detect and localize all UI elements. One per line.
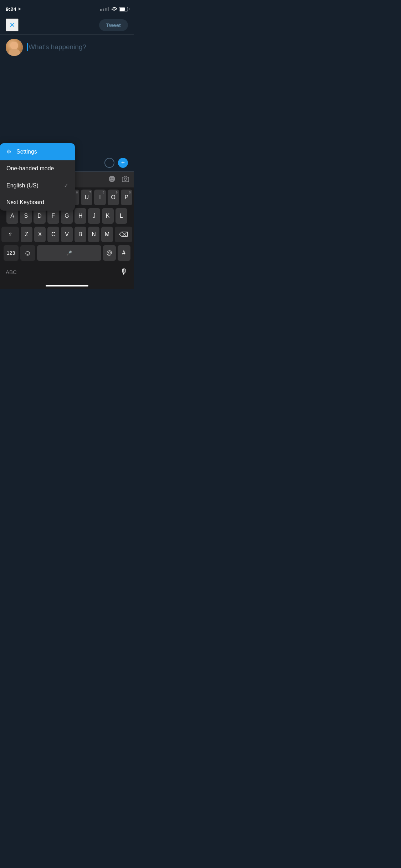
dropdown-menu: ⚙ Settings One-handed mode English (US) … bbox=[0, 143, 75, 211]
svg-point-10 bbox=[124, 178, 127, 180]
english-label: English (US) bbox=[6, 182, 38, 189]
settings-icon: ⚙ bbox=[6, 148, 11, 155]
key-emoji[interactable]: ☺ bbox=[20, 245, 35, 261]
status-bar: 9:24 ➤ bbox=[0, 0, 134, 16]
key-hash[interactable]: # bbox=[118, 245, 130, 261]
avatar bbox=[6, 39, 23, 56]
key-h[interactable]: H bbox=[74, 208, 86, 224]
camera-icon[interactable]: ∞ bbox=[122, 175, 129, 185]
nav-bar: ✕ Tweet bbox=[0, 16, 134, 35]
key-at[interactable]: @ bbox=[103, 245, 116, 261]
compose-placeholder: What's happening? bbox=[29, 43, 86, 51]
tweet-button[interactable]: Tweet bbox=[99, 19, 128, 31]
menu-item-next-keyboard[interactable]: Next Keyboard bbox=[0, 194, 75, 211]
key-row-3: ⇧ Z X C V B N M ⌫ bbox=[1, 227, 132, 242]
top-bar-right: ∞ bbox=[108, 175, 129, 185]
menu-item-settings[interactable]: ⚙ Settings bbox=[0, 143, 75, 160]
key-n[interactable]: N bbox=[88, 227, 100, 242]
key-backspace[interactable]: ⌫ bbox=[115, 227, 132, 242]
one-handed-label: One-handed mode bbox=[6, 165, 54, 172]
abc-bar: ABC 🎙 bbox=[0, 264, 134, 284]
close-button[interactable]: ✕ bbox=[6, 19, 19, 31]
key-row-bottom: 123 ☺ 🎤 @ # bbox=[1, 245, 132, 261]
key-p[interactable]: 0P bbox=[121, 190, 132, 205]
svg-point-6 bbox=[109, 176, 115, 182]
text-cursor bbox=[27, 43, 28, 51]
key-m[interactable]: M bbox=[101, 227, 113, 242]
svg-text:∞: ∞ bbox=[128, 176, 129, 179]
sticker-icon[interactable] bbox=[108, 175, 116, 185]
key-o[interactable]: 9O bbox=[108, 190, 119, 205]
svg-point-8 bbox=[113, 177, 114, 179]
compose-area: What's happening? bbox=[0, 35, 134, 60]
key-k[interactable]: K bbox=[102, 208, 114, 224]
key-space[interactable]: 🎤 bbox=[37, 245, 101, 261]
key-numbers[interactable]: 123 bbox=[4, 245, 19, 261]
key-i[interactable]: 8I bbox=[94, 190, 106, 205]
key-v[interactable]: V bbox=[61, 227, 73, 242]
key-l[interactable]: L bbox=[115, 208, 127, 224]
status-icons bbox=[100, 6, 128, 12]
key-c[interactable]: C bbox=[47, 227, 59, 242]
battery-icon bbox=[119, 7, 128, 11]
compose-input[interactable]: What's happening? bbox=[27, 39, 128, 56]
add-tweet-button[interactable]: + bbox=[118, 158, 128, 168]
abc-label: ABC bbox=[6, 269, 17, 275]
thread-circle bbox=[104, 158, 114, 168]
wifi-icon bbox=[111, 6, 117, 12]
key-z[interactable]: Z bbox=[21, 227, 32, 242]
time-label: 9:24 bbox=[6, 6, 16, 12]
menu-item-english[interactable]: English (US) ✓ bbox=[0, 177, 75, 194]
menu-item-one-handed[interactable]: One-handed mode bbox=[0, 160, 75, 177]
signal-icon bbox=[100, 7, 109, 11]
home-indicator bbox=[46, 285, 88, 286]
location-icon: ➤ bbox=[18, 7, 21, 11]
keyboard-container: G ∞ bbox=[0, 172, 134, 289]
mic-icon[interactable]: 🎙 bbox=[120, 267, 128, 277]
key-j[interactable]: J bbox=[88, 208, 100, 224]
check-icon: ✓ bbox=[64, 182, 68, 189]
svg-point-7 bbox=[110, 177, 112, 179]
status-time: 9:24 ➤ bbox=[6, 6, 21, 12]
key-u[interactable]: 7U bbox=[81, 190, 92, 205]
settings-label: Settings bbox=[16, 149, 37, 155]
key-b[interactable]: B bbox=[74, 227, 86, 242]
key-shift[interactable]: ⇧ bbox=[1, 227, 19, 242]
next-keyboard-label: Next Keyboard bbox=[6, 199, 44, 206]
key-x[interactable]: X bbox=[34, 227, 46, 242]
